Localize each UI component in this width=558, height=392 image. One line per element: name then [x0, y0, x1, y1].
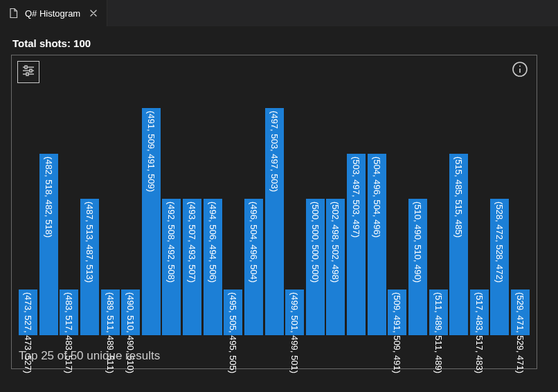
bar-label: (504, 496, 504, 496) — [372, 157, 382, 238]
bar[interactable]: (502, 498, 502, 498) — [326, 87, 345, 335]
svg-rect-3 — [25, 66, 27, 69]
bar-label: (491, 509, 491, 509) — [146, 111, 156, 192]
bar[interactable]: (499, 501, 499, 501) — [285, 87, 304, 335]
bar[interactable]: (493, 507, 493, 507) — [183, 87, 201, 335]
chart-area: (473, 527, 473, 527)(482, 518, 482, 518)… — [19, 87, 530, 335]
bar-rect: (495, 505, 495, 505) — [224, 289, 242, 335]
bar[interactable]: (473, 527, 473, 527) — [19, 87, 37, 335]
bar[interactable]: (500, 500, 500, 500) — [306, 87, 325, 335]
bar-label: (515, 485, 515, 485) — [453, 157, 464, 238]
bar-rect: (503, 497, 503, 497) — [347, 154, 366, 335]
bar[interactable]: (491, 509, 491, 509) — [142, 87, 161, 335]
bar[interactable]: (509, 491, 509, 491) — [388, 87, 406, 335]
bar[interactable]: (510, 490, 510, 490) — [408, 87, 427, 335]
bar-rect: (529, 471, 529, 471) — [511, 289, 530, 335]
bar-label: (499, 501, 499, 501) — [289, 292, 300, 373]
bar-label: (496, 504, 496, 504) — [249, 202, 259, 283]
histogram-frame: (473, 527, 473, 527)(482, 518, 482, 518)… — [11, 55, 537, 369]
bar[interactable]: (496, 504, 496, 504) — [244, 87, 263, 335]
bar-label: (493, 507, 493, 507) — [187, 202, 197, 283]
bar-label: (503, 497, 503, 497) — [351, 157, 361, 238]
bar[interactable]: (503, 497, 503, 497) — [347, 87, 366, 335]
total-shots-label: Total shots: 100 — [12, 37, 547, 49]
bar-label: (494, 506, 494, 506) — [208, 202, 218, 283]
bar-rect: (511, 489, 511, 489) — [429, 289, 448, 335]
info-button[interactable] — [510, 61, 530, 80]
bar-rect: (504, 496, 504, 496) — [368, 154, 386, 335]
bar-rect: (493, 507, 493, 507) — [183, 199, 201, 335]
bar-rect: (491, 509, 491, 509) — [142, 108, 161, 335]
bar[interactable]: (517, 483, 517, 483) — [470, 87, 489, 335]
sliders-icon — [21, 64, 35, 80]
tab-bar: Q# Histogram — [0, 0, 558, 26]
bar-rect: (497, 503, 497, 503) — [265, 108, 284, 335]
bar[interactable]: (515, 485, 515, 485) — [449, 87, 468, 335]
bar[interactable]: (492, 508, 492, 508) — [162, 87, 181, 335]
info-icon — [512, 61, 528, 80]
tab-qsharp-histogram[interactable]: Q# Histogram — [0, 0, 107, 26]
bar-rect: (483, 517, 483, 517) — [60, 289, 78, 335]
bar[interactable]: (490, 510, 490, 510) — [121, 87, 140, 335]
bar[interactable]: (483, 517, 483, 517) — [60, 87, 78, 335]
close-icon[interactable] — [89, 8, 98, 18]
settings-button[interactable] — [17, 61, 39, 83]
bar[interactable]: (511, 489, 511, 489) — [429, 87, 448, 335]
bar-label: (497, 503, 497, 503) — [269, 111, 280, 192]
bar-label: (511, 489, 511, 489) — [433, 292, 444, 373]
bar[interactable]: (529, 471, 529, 471) — [511, 87, 530, 335]
bar-label: (528, 472, 528, 472) — [494, 202, 505, 283]
chart-caption: Top 25 of 50 unique results — [19, 349, 160, 363]
bar-label: (517, 483, 517, 483) — [474, 292, 485, 373]
bar-rect: (487, 513, 487, 513) — [80, 199, 99, 335]
bar-rect: (496, 504, 496, 504) — [244, 199, 263, 335]
bar-label: (487, 513, 487, 513) — [84, 202, 95, 283]
bar-rect: (515, 485, 515, 485) — [449, 154, 468, 335]
bar-rect: (509, 491, 509, 491) — [388, 289, 406, 335]
bar-rect: (528, 472, 528, 472) — [490, 199, 509, 335]
bar[interactable]: (497, 503, 497, 503) — [265, 87, 284, 335]
bar-label: (492, 508, 492, 508) — [166, 202, 177, 283]
bar[interactable]: (494, 506, 494, 506) — [204, 87, 222, 335]
svg-rect-4 — [30, 69, 32, 72]
bar-label: (495, 505, 495, 505) — [228, 292, 238, 373]
bar-label: (529, 471, 529, 471) — [515, 292, 525, 373]
bar-rect: (482, 518, 482, 518) — [39, 154, 58, 335]
histogram-pane: Total shots: 100 — [0, 26, 558, 380]
bar-label: (500, 500, 500, 500) — [310, 202, 321, 283]
bar[interactable]: (528, 472, 528, 472) — [490, 87, 509, 335]
file-icon — [8, 8, 19, 19]
bar-rect: (489, 511, 489, 511) — [101, 289, 120, 335]
svg-point-7 — [519, 66, 521, 67]
bar-rect: (500, 500, 500, 500) — [306, 199, 325, 335]
bar-rect: (473, 527, 473, 527) — [19, 289, 37, 335]
bar[interactable]: (489, 511, 489, 511) — [101, 87, 120, 335]
bar[interactable]: (495, 505, 495, 505) — [224, 87, 242, 335]
bar-label: (510, 490, 510, 490) — [413, 202, 423, 283]
bar-rect: (517, 483, 517, 483) — [470, 289, 489, 335]
bar-rect: (494, 506, 494, 506) — [204, 199, 222, 335]
bar-label: (502, 498, 502, 498) — [330, 202, 341, 283]
bar-rect: (490, 510, 490, 510) — [121, 289, 140, 335]
tab-title: Q# Histogram — [25, 8, 80, 19]
bar-rect: (499, 501, 499, 501) — [285, 289, 304, 335]
bar-rect: (492, 508, 492, 508) — [162, 199, 181, 335]
bar-rect: (510, 490, 510, 490) — [408, 199, 427, 335]
bar[interactable]: (504, 496, 504, 496) — [368, 87, 386, 335]
bar[interactable]: (487, 513, 487, 513) — [80, 87, 99, 335]
svg-rect-5 — [26, 73, 28, 75]
bar-rect: (502, 498, 502, 498) — [326, 199, 345, 335]
bar-label: (509, 491, 509, 491) — [392, 292, 402, 373]
bar[interactable]: (482, 518, 482, 518) — [39, 87, 58, 335]
bar-label: (482, 518, 482, 518) — [44, 157, 54, 238]
